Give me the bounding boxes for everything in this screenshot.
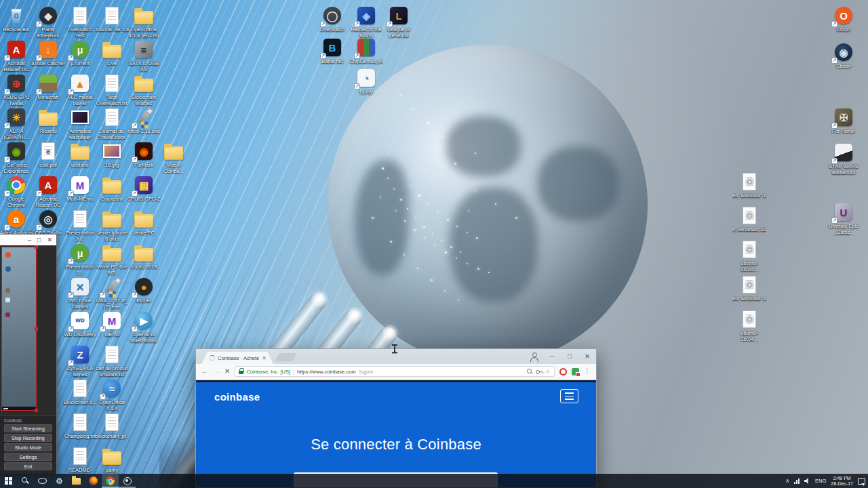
selection-handle[interactable] <box>35 327 38 331</box>
desktop-icon-memu[interactable]: MMEmu <box>95 310 129 338</box>
maximize-button[interactable]: □ <box>561 349 578 364</box>
obs-button-stop-recording[interactable]: Stop Recording <box>4 434 52 442</box>
selection-handle[interactable] <box>35 245 38 249</box>
desktop-icon-chipgenius-v4[interactable]: ChipGenius_v4... <box>349 37 383 65</box>
chrome-button[interactable] <box>102 474 119 488</box>
desktop-icon-ebill-pdf[interactable]: eebill.pdf <box>31 141 65 169</box>
desktop-icon-ricardo[interactable]: Ricardo <box>31 107 65 135</box>
desktop-icon-cryptoshit[interactable]: Cryptoshit <box>95 175 129 203</box>
desktop-icon-asus-gpu-tweak[interactable]: ⊕ASUS GPU Tweak <box>0 73 33 106</box>
tab-close-icon[interactable]: ✕ <box>262 355 267 361</box>
taskbar[interactable]: ⚙ ∧ ENG 2:49 PM 28-Dec-17 <box>0 474 868 488</box>
desktop-icon-tags-overwatch-txt[interactable]: Tags Overwatch.txt <box>95 73 129 106</box>
bookmark-star-icon[interactable]: ☆ <box>545 369 551 375</box>
action-center-icon[interactable] <box>858 478 865 485</box>
desktop-icon-fr-windows-10[interactable]: fr_windows_10... <box>732 205 766 233</box>
desktop-icon-video-coinba[interactable]: Video- Coinba... <box>157 141 191 174</box>
desktop-icon-aura-graphi-card[interactable]: ☀AURA (GRAPHI... CARD) <box>0 107 33 141</box>
extension-red-icon[interactable] <box>559 368 567 375</box>
selection-handle[interactable] <box>35 409 38 412</box>
address-bar[interactable]: Coinbase, Inc. [US] | https://www.coinba… <box>235 366 555 377</box>
desktop-icon-vente-iphone-6-plus[interactable]: Vente Iphone 6 plus <box>95 209 129 242</box>
extension-green-icon[interactable] <box>572 368 579 375</box>
obs-close-button[interactable]: ✕ <box>47 237 52 243</box>
desktop-icon-acrobat-reader-dc[interactable]: AAcrobat Reader DC <box>31 175 65 208</box>
desktop-icon-parity-ethereum[interactable]: ◆Parity Ethereum <box>31 5 65 39</box>
tray-overflow-chevron[interactable]: ∧ <box>785 479 789 484</box>
desktop-icon-rufus-2-18-exe[interactable]: rufus-2.18.exe <box>127 107 161 135</box>
obs-window[interactable]: – □ ✕ Controls Start StreamingStop Recor… <box>0 234 57 474</box>
desktop-icon-for-honor[interactable]: ✠For Honor <box>827 107 861 135</box>
desktop-icon-presentation-ju[interactable]: Presentation Ju... <box>63 209 97 242</box>
close-button[interactable]: ✕ <box>578 349 596 364</box>
desktop-icon-crypto-2018[interactable]: crypto 2018 <box>127 243 161 270</box>
desktop-icon-wd-discovery[interactable]: WDWD Discovery <box>63 310 97 338</box>
desktop-icon-obs-studio[interactable]: ◎OBS Studio <box>31 209 65 237</box>
obs-button-exit[interactable]: Exit <box>4 462 52 470</box>
desktop-icon-atube-catcher[interactable]: ↓aTube Catcher <box>31 39 65 67</box>
desktop-icon-en-windows-1[interactable]: en_windows_1... <box>732 274 766 302</box>
desktop-icon-origin[interactable]: OOrigin <box>827 5 861 33</box>
desktop-icon-zyxel-pla-series-configuration[interactable]: ZZyXEL PLA Series Configuration <box>63 344 97 378</box>
desktop-icon-cpuid-gpu-z[interactable]: ▦CPUID GPU-Z <box>127 175 161 203</box>
back-button[interactable]: ← <box>201 368 208 375</box>
desktop-icon-utilitaire[interactable]: utilitaire <box>63 141 97 169</box>
coinbase-logo[interactable]: coinbase <box>214 391 260 403</box>
desktop-icon-geforce-experience[interactable]: ◉GeForce Experience <box>0 141 33 174</box>
desktop-icon-ubuntu-16-04[interactable]: ubuntu-16.04... <box>732 239 766 272</box>
desktop[interactable]: Recycle BinAAcrobat Reader DC⊕ASUS GPU T… <box>0 0 868 488</box>
obs-button-studio-mode[interactable]: Studio Mode <box>4 443 52 451</box>
desktop-icon-blockchain-pr[interactable]: blockchain_pr... <box>95 412 129 440</box>
desktop-icon-changelog-txt[interactable]: Changelog.txt <box>63 412 97 440</box>
stop-button[interactable]: ✕ <box>224 368 230 375</box>
firefox-button[interactable] <box>85 474 102 488</box>
desktop-icon-heroes-of-the-storm[interactable]: ◈Heroes of the Storm <box>349 5 383 39</box>
desktop-icon-recycle-bin[interactable]: Recycle Bin <box>0 5 33 33</box>
desktop-icon-journal-de-trav[interactable]: Journal_de_trav... <box>95 5 129 33</box>
obs-taskbar-button[interactable] <box>119 474 136 488</box>
desktop-icon-vente-pc-fixe-m3[interactable]: Vente PC fixe M3 <box>95 243 129 276</box>
desktop-icon-google-chrome[interactable]: Google Chrome <box>0 175 33 208</box>
desktop-icon-16-jpg[interactable]: 16.jpg <box>95 141 129 169</box>
desktop-icon-journal-de-travail-docx[interactable]: Journal de Travail.docx <box>95 107 129 140</box>
desktop-icon-vente-pc[interactable]: Vente PC <box>127 209 161 237</box>
desktop-icon-live[interactable]: Live <box>95 39 129 67</box>
browser-tab[interactable]: Coinbase - Acheter/vend ✕ <box>201 352 273 364</box>
profile-icon[interactable] <box>530 352 538 361</box>
desktop-icon-multi-memu[interactable]: MMulti-MEmu <box>63 175 97 203</box>
volume-icon[interactable] <box>804 478 810 484</box>
start-button[interactable] <box>0 474 17 488</box>
password-key-icon[interactable] <box>536 369 542 375</box>
minimize-button[interactable]: – <box>543 349 561 364</box>
forward-button[interactable]: → <box>213 368 220 375</box>
zoom-icon[interactable] <box>527 369 533 375</box>
desktop-icon-torrent[interactable]: µµTorrent <box>63 39 97 67</box>
obs-button-start-streaming[interactable]: Start Streaming <box>4 424 52 432</box>
security-label[interactable]: Coinbase, Inc. [US] <box>246 369 290 375</box>
desktop-icon-rufus-2-17-fr-z-exe[interactable]: rufus_2-17-fr_ (Z).exe <box>95 277 129 310</box>
browser-window[interactable]: Coinbase - Acheter/vend ✕ – □ ✕ ← → ✕ Co… <box>195 348 597 488</box>
taskbar-settings-button[interactable]: ⚙ <box>51 474 68 488</box>
desktop-icon-furmark[interactable]: ◉FurMark <box>127 141 161 169</box>
network-icon[interactable] <box>794 479 800 484</box>
hamburger-menu-button[interactable] <box>560 389 578 403</box>
desktop-icon-battle-net[interactable]: BBattle.net <box>315 37 349 65</box>
obs-preview-canvas[interactable] <box>0 245 56 415</box>
browser-menu-icon[interactable]: ⋮ <box>584 368 591 375</box>
desktop-icon-league-of-legends[interactable]: LLeague of Legends <box>382 5 416 39</box>
desktop-icon-wd-drive-utilities[interactable]: ✕WD Drive Utilities <box>63 277 97 310</box>
taskbar-search-button[interactable] <box>17 474 34 488</box>
desktop-icon-steam[interactable]: ◉Steam <box>827 42 861 70</box>
obs-button-settings[interactable]: Settings <box>4 453 52 461</box>
obs-capture-preview[interactable] <box>1 247 37 411</box>
desktop-icon-minecraft[interactable]: Minecraft <box>31 73 65 101</box>
desktop-icon-animated-wallpaper[interactable]: Animated wallpaper <box>63 107 97 140</box>
desktop-icon-parity[interactable]: parity <box>95 446 129 474</box>
desktop-icon-etcher[interactable]: ●Etcher <box>127 277 161 304</box>
obs-minimize-button[interactable]: – <box>28 237 31 243</box>
file-explorer-button[interactable] <box>68 474 85 488</box>
desktop-icon-ubuntu-16-04[interactable]: ubuntu-16.04... <box>732 309 766 342</box>
desktop-icon-vlc-media-player[interactable]: ▲VLC media player <box>63 73 97 106</box>
desktop-icon-overwatch-test[interactable]: Overwatch Test <box>63 5 97 39</box>
desktop-icon-blockchain-d[interactable]: Blockchain.d... <box>63 378 97 406</box>
